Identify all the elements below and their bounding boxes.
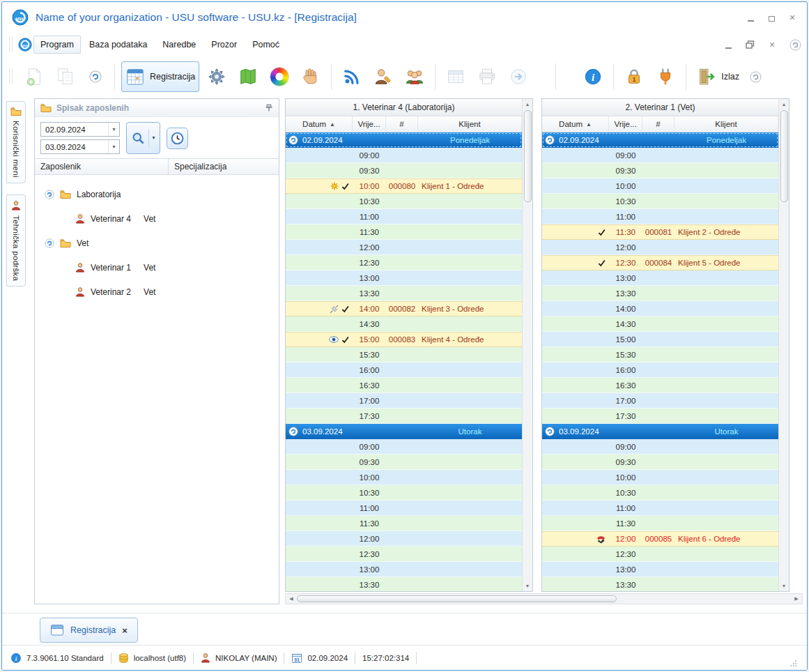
day-header-row[interactable]: 03.09.2024Utorak: [286, 424, 522, 439]
time-slot-row[interactable]: 09:30: [542, 455, 778, 470]
menubar-grip[interactable]: [9, 37, 13, 52]
time-slot-row[interactable]: 10:30: [542, 485, 778, 501]
time-slot-row[interactable]: 15:00: [542, 332, 778, 347]
vertical-scrollbar[interactable]: ▲▼: [778, 99, 789, 591]
day-header-row[interactable]: 02.09.2024Ponedeljak: [286, 132, 522, 148]
time-slot-row[interactable]: 16:30: [286, 378, 522, 393]
time-slot-row[interactable]: 14:30: [542, 316, 778, 332]
timer-button[interactable]: [167, 128, 188, 149]
tree-group-laboratorija[interactable]: Laboratorija: [35, 182, 279, 206]
time-slot-row[interactable]: 10:00: [286, 470, 522, 485]
time-slot-row[interactable]: 15:30: [286, 347, 522, 362]
close-button[interactable]: ×: [787, 13, 797, 22]
scrollbar-thumb[interactable]: [524, 110, 532, 202]
appointment-row[interactable]: 15:00000083Klijent 4 - Određe: [286, 332, 522, 347]
connection-button[interactable]: [652, 61, 679, 92]
time-slot-row[interactable]: 11:30: [542, 516, 778, 531]
time-slot-row[interactable]: 17:00: [286, 393, 522, 408]
table-view-button[interactable]: [442, 61, 470, 92]
column-klijent[interactable]: Klijent: [418, 116, 522, 132]
time-slot-row[interactable]: 12:30: [286, 547, 522, 562]
date-to-picker[interactable]: 03.09.2024 ▼: [40, 139, 120, 154]
search-dropdown-arrow[interactable]: ▼: [148, 129, 158, 147]
time-slot-row[interactable]: 09:30: [286, 163, 522, 178]
scroll-down-arrow[interactable]: ▼: [779, 581, 789, 591]
news-button[interactable]: [338, 61, 366, 92]
time-slot-row[interactable]: 13:00: [286, 270, 522, 286]
collapse-day-icon[interactable]: [288, 427, 298, 436]
menu-baza-podataka[interactable]: Baza podataka: [82, 36, 154, 54]
time-slot-row[interactable]: 13:00: [286, 562, 522, 577]
appointment-row[interactable]: 12:30000084Klijent 5 - Određe: [542, 255, 778, 270]
mdi-restore-button[interactable]: [746, 40, 755, 49]
menu-options-icon[interactable]: [789, 39, 801, 51]
column-vrijeme[interactable]: Vrije...: [609, 116, 642, 132]
time-slot-row[interactable]: 12:30: [542, 547, 778, 562]
time-slot-row[interactable]: 09:00: [286, 439, 522, 455]
scrollbar-thumb[interactable]: [780, 110, 788, 202]
side-tab-korisni-ki-meni[interactable]: Korisnički meni: [6, 101, 26, 183]
print-button[interactable]: [473, 61, 501, 92]
toolbar-options-icon[interactable]: [750, 71, 762, 83]
resize-grip[interactable]: [789, 659, 799, 670]
day-header-row[interactable]: 03.09.2024Utorak: [542, 424, 778, 439]
schedule-column-header[interactable]: Datum▲Vrije...#Klijent: [286, 116, 522, 132]
mdi-close-button[interactable]: ×: [767, 40, 777, 49]
time-slot-row[interactable]: 10:30: [542, 194, 778, 209]
time-slot-row[interactable]: 09:00: [286, 148, 522, 163]
time-slot-row[interactable]: 09:00: [542, 148, 778, 163]
scroll-left-arrow[interactable]: ◀: [286, 596, 297, 602]
column-specialization[interactable]: Specijalizacija: [169, 159, 279, 174]
day-header-row[interactable]: 02.09.2024Ponedeljak: [542, 132, 778, 148]
date-from-picker[interactable]: 02.09.2024 ▼: [40, 122, 120, 137]
usu-menu-icon[interactable]: usu: [18, 38, 32, 52]
time-slot-row[interactable]: 11:00: [542, 209, 778, 224]
time-slot-row[interactable]: 10:00: [542, 178, 778, 194]
column-datum[interactable]: Datum▲: [286, 116, 353, 132]
scroll-right-arrow[interactable]: ▶: [791, 596, 802, 602]
search-button[interactable]: ▼: [126, 122, 160, 154]
go-forward-button[interactable]: [504, 61, 532, 92]
time-slot-row[interactable]: 09:30: [542, 163, 778, 178]
time-slot-row[interactable]: 16:00: [286, 362, 522, 378]
time-slot-row[interactable]: 17:00: [542, 393, 778, 408]
tree-employee-veterinar-1[interactable]: Veterinar 1Vet: [35, 255, 279, 280]
time-slot-row[interactable]: 16:30: [542, 378, 778, 393]
minimize-button[interactable]: [746, 13, 755, 22]
time-slot-row[interactable]: 11:00: [286, 501, 522, 516]
time-slot-row[interactable]: 09:30: [286, 455, 522, 470]
time-slot-row[interactable]: 10:30: [286, 194, 522, 209]
settings-button[interactable]: [203, 61, 231, 92]
time-slot-row[interactable]: 09:00: [542, 439, 778, 455]
side-tab-tehni-ka-podr-ka[interactable]: Tehnička podrška: [6, 194, 26, 287]
structure-button[interactable]: [234, 61, 262, 92]
tree-employee-veterinar-2[interactable]: Veterinar 2Vet: [35, 280, 279, 304]
lock-button[interactable]: 1: [620, 61, 648, 92]
column-number[interactable]: #: [386, 116, 418, 132]
maximize-button[interactable]: [766, 13, 776, 22]
status-info-icon[interactable]: i: [10, 652, 22, 664]
mdi-minimize-button[interactable]: [723, 40, 733, 49]
horizontal-scrollbar[interactable]: ◀ ▶: [285, 593, 803, 604]
exit-button[interactable]: Izlaz: [693, 61, 743, 92]
time-slot-row[interactable]: 11:30: [286, 224, 522, 240]
colors-button[interactable]: [265, 61, 293, 92]
schedule-column-header[interactable]: Datum▲Vrije...#Klijent: [542, 116, 778, 132]
column-employee[interactable]: Zaposlenik: [35, 159, 169, 174]
tab-close-icon[interactable]: ×: [122, 625, 128, 636]
time-slot-row[interactable]: 11:30: [286, 516, 522, 531]
registration-button[interactable]: Registracija: [121, 61, 199, 92]
menu-prozor[interactable]: Prozor: [204, 36, 244, 54]
collapse-day-icon[interactable]: [545, 427, 555, 436]
history-menu-button[interactable]: [83, 61, 108, 92]
scroll-up-arrow[interactable]: ▲: [523, 99, 532, 109]
expand-icon[interactable]: [45, 190, 54, 199]
time-slot-row[interactable]: 13:00: [542, 562, 778, 577]
users-group-button[interactable]: [401, 61, 429, 92]
appointment-row[interactable]: 14:00000082Klijent 3 - Određe: [286, 301, 522, 316]
collapse-day-icon[interactable]: [288, 135, 298, 145]
info-button[interactable]: i: [579, 61, 607, 92]
time-slot-row[interactable]: 15:30: [542, 347, 778, 362]
time-slot-row[interactable]: 12:00: [286, 531, 522, 547]
time-slot-row[interactable]: 12:30: [286, 255, 522, 270]
